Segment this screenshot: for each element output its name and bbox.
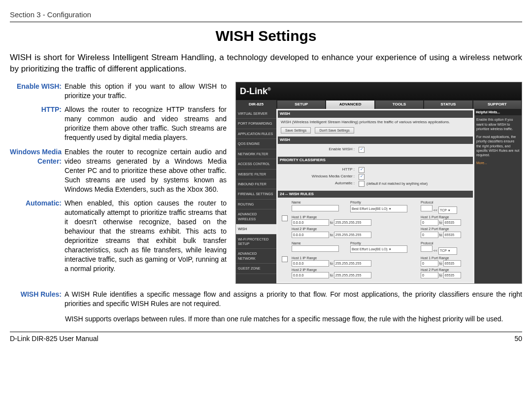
sidebar-item[interactable]: ACCESS CONTROL <box>236 159 276 169</box>
auto-note: (default if not matched by anything else… <box>366 181 428 186</box>
definition-term: Enable WISH: <box>10 82 65 101</box>
h2-port-to[interactable]: 65535 <box>443 232 461 238</box>
sidebar-item[interactable]: WISH <box>236 224 276 234</box>
definition-term: Automatic: <box>10 199 65 273</box>
sidebar-item[interactable]: INBOUND FILTER <box>236 179 276 189</box>
definition-row: HTTP:Allows the router to recognize HTTP… <box>10 105 227 142</box>
h2ip-header: Host 2 IP Range <box>292 227 419 231</box>
h1-ip-from[interactable]: 0.0.0.0 <box>292 260 329 267</box>
rule-protocol-input[interactable] <box>421 245 432 252</box>
enable-wish-label: Enable WISH : <box>281 147 359 152</box>
h1-ip-from[interactable]: 0.0.0.0 <box>292 219 329 226</box>
h1port-header: Host 1 Port Range <box>421 215 469 219</box>
rule-protocol-select[interactable]: TCP <box>438 206 457 214</box>
router-screenshot: D-Link® DIR-825 SETUPADVANCEDTOOLSSTATUS… <box>235 82 522 284</box>
h2-port-from[interactable]: 0 <box>421 272 438 278</box>
to-label: to <box>330 262 333 265</box>
definitions-column: Enable WISH:Enable this option if you wa… <box>10 82 227 284</box>
sidebar-item[interactable]: PORT FORWARDING <box>236 119 276 129</box>
sidebar-item[interactable]: APPLICATION RULES <box>236 129 276 139</box>
rule-protocol-input[interactable] <box>421 205 432 211</box>
hints-body-1: Enable this option if you want to allow … <box>476 117 520 131</box>
h1-port-from[interactable]: 0 <box>421 260 438 267</box>
sidebar-nav: VIRTUAL SERVERPORT FORWARDINGAPPLICATION… <box>236 109 276 283</box>
main-tab-tools[interactable]: TOOLS <box>375 100 424 109</box>
sidebar-item[interactable]: WEBSITE FILTER <box>236 170 276 179</box>
sidebar-item[interactable]: FIREWALL SETTINGS <box>236 189 276 199</box>
definition-desc: Enable this option if you want to allow … <box>65 82 227 101</box>
intro-paragraph: WISH is short for Wireless Intelligent S… <box>10 52 522 75</box>
http-label: HTTP : <box>281 167 359 172</box>
to-label: to <box>439 262 442 265</box>
h1-ip-to[interactable]: 255.255.255.255 <box>334 260 371 267</box>
wish-rule-row: Name Priority Best Effort Low(BE LO) Pro… <box>281 200 470 239</box>
sidebar-item[interactable]: VIRTUAL SERVER <box>236 109 276 119</box>
model-label: DIR-825 <box>236 100 277 109</box>
rule-enable-checkbox[interactable] <box>282 256 288 262</box>
to-label: to <box>330 233 333 237</box>
sidebar-item[interactable]: ROUTING <box>236 200 276 209</box>
helpful-hints: Helpful Hints... Enable this option if y… <box>474 109 522 283</box>
wish-rules-desc: A WISH Rule identifies a specific messag… <box>65 290 522 308</box>
main-tab-status[interactable]: STATUS <box>424 100 472 109</box>
sidebar-item[interactable]: NETWORK FILTER <box>236 149 276 159</box>
h2-ip-from[interactable]: 0.0.0.0 <box>292 272 329 278</box>
h1-port-to[interactable]: 65535 <box>443 219 461 226</box>
hints-more-link[interactable]: More... <box>476 161 520 165</box>
sidebar-item[interactable]: WI-FI PROTECTED SETUP <box>236 235 276 249</box>
priority-header: Priority <box>350 241 419 245</box>
to-label: to <box>330 221 333 224</box>
hints-title: Helpful Hints... <box>474 109 522 115</box>
name-header: Name <box>292 200 348 205</box>
wish-rules-extra: WISH supports overlaps between rules. If… <box>65 314 522 324</box>
protocol-header: Protocol <box>421 200 469 205</box>
main-tab-advanced[interactable]: ADVANCED <box>326 100 374 109</box>
main-tab-setup[interactable]: SETUP <box>277 100 326 109</box>
wmc-label: Windows Media Center : <box>281 174 359 179</box>
rule-enable-checkbox[interactable] <box>282 215 288 221</box>
h1ip-header: Host 1 IP Range <box>292 256 419 260</box>
h2-ip-to[interactable]: 255.255.255.255 <box>334 272 371 278</box>
h2port-header: Host 2 Port Range <box>421 227 469 231</box>
h1-port-to[interactable]: 65535 <box>443 260 461 267</box>
assign-label: << <box>433 208 437 212</box>
wmc-checkbox[interactable] <box>359 174 365 180</box>
h1-port-from[interactable]: 0 <box>421 219 438 226</box>
reg-mark: ® <box>267 87 271 92</box>
sidebar-item[interactable]: GUEST ZONE <box>236 264 276 274</box>
h2-ip-to[interactable]: 255.255.255.255 <box>334 232 371 238</box>
sidebar-item[interactable]: QOS ENGINE <box>236 139 276 149</box>
wish-rules-term: WISH Rules: <box>10 290 65 308</box>
http-checkbox[interactable] <box>359 167 365 173</box>
save-settings-button[interactable]: Save Settings <box>281 127 311 134</box>
main-tab-support[interactable]: SUPPORT <box>473 100 522 109</box>
h2-ip-from[interactable]: 0.0.0.0 <box>292 232 329 238</box>
to-label: to <box>439 221 442 224</box>
footer-left: D-Link DIR-825 User Manual <box>10 334 99 343</box>
definition-term: Windows Media Center: <box>10 147 65 194</box>
footer-page-number: 50 <box>514 334 522 343</box>
rule-name-input[interactable] <box>292 245 339 252</box>
auto-label: Automatic : <box>281 181 359 186</box>
h2-port-to[interactable]: 65535 <box>443 272 461 278</box>
sidebar-item[interactable]: ADVANCED NETWORK <box>236 249 276 264</box>
auto-checkbox[interactable] <box>359 181 365 187</box>
main-tab-row: DIR-825 SETUPADVANCEDTOOLSSTATUSSUPPORT <box>236 100 522 109</box>
rule-priority-select[interactable]: Best Effort Low(BE LO) <box>350 245 407 253</box>
sidebar-item[interactable]: ADVANCED WIRELESS <box>236 209 276 224</box>
definition-row: Automatic:When enabled, this option caus… <box>10 199 227 273</box>
rule-protocol-select[interactable]: TCP <box>438 247 457 255</box>
to-label: to <box>330 274 333 277</box>
h1port-header: Host 1 Port Range <box>421 256 469 260</box>
panel-rules-title: 24 -- WISH RULES <box>278 191 473 198</box>
h2port-header: Host 2 Port Range <box>421 268 469 272</box>
h1-ip-to[interactable]: 255.255.255.255 <box>334 219 371 226</box>
dont-save-button[interactable]: Don't Save Settings <box>315 127 354 134</box>
panel-enable-title: WISH <box>278 137 473 144</box>
content-area: WISH WISH (Wireless Intelligent Stream H… <box>276 109 474 283</box>
wish-rule-row: Name Priority Best Effort Low(BE LO) Pro… <box>281 240 470 279</box>
rule-priority-select[interactable]: Best Effort Low(BE LO) <box>350 205 407 212</box>
h2-port-from[interactable]: 0 <box>421 232 438 238</box>
rule-name-input[interactable] <box>292 205 339 211</box>
enable-wish-checkbox[interactable] <box>359 147 365 153</box>
